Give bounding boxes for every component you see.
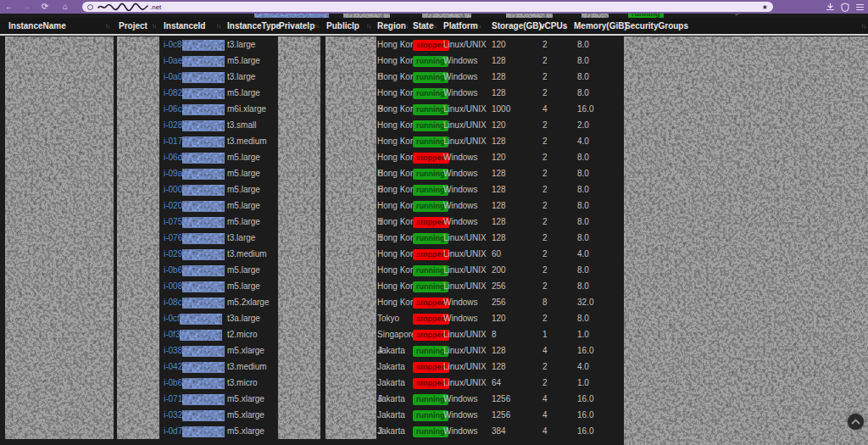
sort-icon[interactable]: ↑↓ [561, 18, 565, 34]
redacted-noise [182, 72, 225, 83]
instance-type: m5.large [227, 149, 260, 165]
instance-id-link[interactable]: i-029 [164, 246, 225, 262]
instance-id-link[interactable]: i-008 [164, 278, 225, 294]
reload-icon[interactable]: ⟳ [39, 0, 51, 14]
instance-id-link[interactable]: i-076 [164, 230, 225, 246]
sort-icon[interactable]: ↑↓ [216, 18, 220, 34]
memory-gib: 8.0 [577, 69, 589, 85]
instance-id-link[interactable]: i-0a0 [164, 69, 225, 85]
forward-icon[interactable]: → [20, 0, 32, 14]
instance-id-link[interactable]: i-0b6 [164, 262, 225, 278]
vcpus: 2 [542, 36, 548, 53]
redacted-noise [182, 249, 225, 260]
platform: Windows [443, 423, 478, 439]
memory-gib: 8.0 [577, 85, 589, 101]
storage-gb: 8 [492, 326, 497, 342]
download-icon[interactable] [826, 3, 835, 12]
sort-icon[interactable]: ↑↓ [861, 18, 865, 34]
instance-id-link[interactable]: i-028 [164, 117, 225, 133]
column-header-region: Region [377, 18, 406, 34]
platform: Linux/UNIX [443, 101, 487, 117]
bookmark-star-icon[interactable]: ★ [762, 3, 768, 11]
storage-gb: 1256 [492, 407, 510, 423]
vcpus: 2 [542, 165, 548, 181]
instance-id-link[interactable]: i-075 [164, 214, 225, 230]
instance-id-link[interactable]: i-0f3 [164, 326, 222, 342]
vcpus: 2 [542, 278, 548, 294]
memory-gib: 16.0 [577, 407, 593, 423]
storage-gb: 1256 [492, 391, 510, 407]
vcpus: 2 [542, 149, 548, 165]
redacted-noise [182, 426, 225, 437]
vcpus: 4 [542, 423, 548, 439]
instance-id-link[interactable]: i-08c [164, 294, 225, 310]
memory-gib: 8.0 [577, 53, 589, 69]
instance-type: m5.large [227, 165, 260, 181]
instance-type: m5.xlarge [227, 391, 264, 407]
menu-icon[interactable] [855, 3, 865, 12]
sort-icon[interactable]: ↑↓ [314, 18, 319, 34]
public-ip-visible-digit: 0 [378, 69, 383, 85]
shield-icon[interactable] [841, 3, 849, 12]
sort-icon[interactable]: ↑↓ [266, 18, 270, 34]
redacted-noise [182, 265, 225, 276]
instance-id-link[interactable]: i-000 [164, 181, 225, 197]
redacted-noise [182, 136, 225, 147]
memory-gib: 8.0 [577, 230, 589, 246]
redacted-noise [182, 88, 225, 99]
instance-id-link[interactable]: i-042 [164, 359, 225, 375]
instance-type: m5.large [227, 85, 260, 101]
platform: Linux/UNIX [443, 246, 487, 262]
instance-id-link[interactable]: i-0ae [164, 53, 225, 69]
sort-icon[interactable]: ↑↓ [366, 18, 370, 34]
sort-icon[interactable]: ↑↓ [614, 18, 618, 34]
sort-icon[interactable]: ↑↓ [531, 18, 536, 34]
url-bar[interactable]: .net ★ [82, 2, 773, 12]
instance-id-link[interactable]: i-06c [164, 101, 225, 117]
storage-gb: 128 [492, 359, 506, 375]
sort-icon[interactable]: ↑↓ [432, 18, 437, 34]
vcpus: 4 [542, 101, 548, 117]
instance-id-link[interactable]: i-071 [164, 391, 225, 407]
instance-id-link[interactable]: i-082 [164, 85, 225, 101]
redacted-noise [182, 281, 225, 292]
redacted-noise [624, 36, 868, 445]
region: Tokyo [377, 310, 399, 326]
sort-icon[interactable]: ↑↓ [152, 18, 156, 34]
memory-gib: 8.0 [577, 310, 589, 326]
public-ip-visible-digit: 6 [378, 181, 383, 197]
instance-type: t3.medium [227, 133, 267, 149]
instance-id-link[interactable]: i-09a [164, 165, 225, 181]
scroll-to-top-button[interactable] [848, 414, 864, 430]
back-icon[interactable]: ← [3, 0, 15, 14]
instance-type: m5.large [227, 214, 260, 230]
storage-gb: 128 [492, 197, 506, 214]
vcpus: 4 [542, 391, 548, 407]
sort-icon[interactable]: ↑↓ [105, 18, 109, 34]
instance-id-link[interactable]: i-020 [164, 197, 225, 214]
instance-id-link[interactable]: i-06d [164, 149, 225, 165]
home-icon[interactable]: ⌂ [59, 0, 71, 14]
instance-id-link[interactable]: i-0b6 [164, 375, 225, 391]
storage-gb: 256 [492, 278, 506, 294]
instance-id-link[interactable]: i-0d7 [164, 423, 225, 439]
vcpus: 2 [542, 214, 548, 230]
column-header-securitygroups: SecurityGroups [625, 18, 688, 34]
instance-id-link[interactable]: i-038 [164, 342, 225, 359]
sort-icon[interactable]: ↑↓ [476, 18, 481, 34]
sort-icon[interactable]: ↑↓ [403, 18, 408, 34]
instance-id-link[interactable]: i-0c8 [164, 36, 225, 53]
public-ip-visible-digit: 3 [378, 423, 383, 439]
column-header-privateip: PrivateIp [279, 18, 314, 34]
instance-type: t3.medium [227, 359, 267, 375]
instance-id-link[interactable]: i-017 [164, 133, 225, 149]
platform: Windows [443, 391, 478, 407]
redacted-privateip-column [278, 36, 320, 439]
instance-id-link[interactable]: i-0cf [164, 310, 222, 326]
platform: Linux/UNIX [443, 278, 487, 294]
platform: Windows [443, 294, 478, 310]
storage-gb: 128 [492, 214, 506, 230]
memory-gib: 16.0 [577, 342, 593, 359]
instance-id-link[interactable]: i-032 [164, 407, 225, 423]
redacted-securitygroups-column [624, 36, 868, 445]
